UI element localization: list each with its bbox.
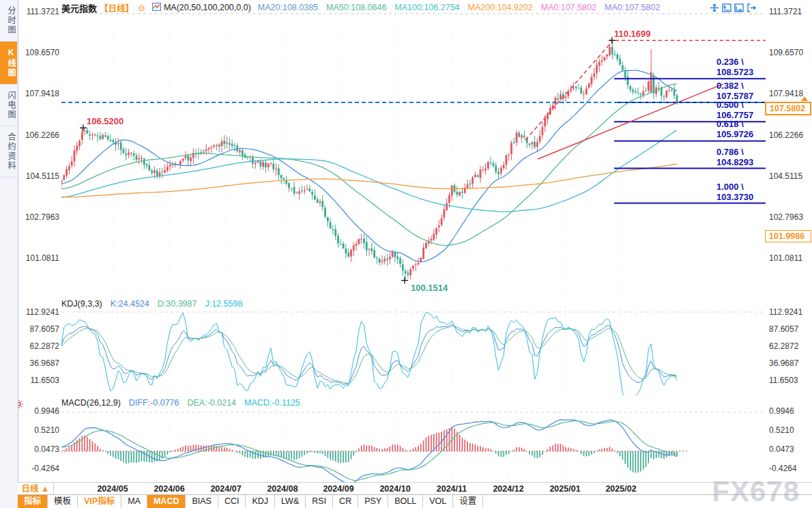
month-label: 2024/09 (323, 483, 353, 495)
chart-canvas[interactable] (0, 0, 812, 508)
macd-dea-value: DEA:-0.0214 (187, 398, 236, 408)
ma-value-chip: MA200:104.9202 (468, 3, 533, 12)
tab-BIAS[interactable]: BIAS (186, 495, 218, 508)
axis-zoom-right-icon[interactable] (734, 3, 744, 15)
ma-values: MA20:108.0385MA50:108.0646MA100:106.2754… (258, 3, 661, 12)
chart-type-icon[interactable] (152, 3, 161, 13)
ma-value-chip: MA0:107.5802 (541, 3, 596, 12)
tab-MACD[interactable]: MACD (147, 495, 186, 508)
macd-macd-value: MACD:-0.1125 (244, 398, 300, 408)
period-tag[interactable]: 【日线】 (100, 1, 134, 14)
chart-mode-sidebar: 分时图K线图闪电图合约资料 (0, 0, 18, 508)
ma-value-chip: MA20:108.0385 (258, 3, 318, 12)
sidebar-item-3[interactable]: 合约资料 (0, 126, 17, 178)
month-label: 2024/11 (437, 483, 467, 495)
macd-name: MACD(26,12,9) (61, 398, 121, 408)
kdj-d-value: D:30.3987 (158, 299, 197, 309)
chart-toolbar (710, 3, 756, 15)
month-label: 2024/07 (210, 483, 241, 495)
tab-CCI[interactable]: CCI (218, 495, 246, 508)
tab-BOLL[interactable]: BOLL (388, 495, 423, 508)
ma-formula: MA(20,50,100,200,0,0) (164, 3, 251, 12)
month-label: 2025/01 (549, 483, 580, 495)
kdj-j-value: J:12.5598 (205, 299, 242, 309)
tab-PSY[interactable]: PSY (358, 495, 388, 508)
ma-value-chip: MA0:107.5802 (605, 3, 660, 12)
period-selector[interactable]: 日线 ▲ (18, 483, 54, 495)
axis-zoom-left-icon[interactable] (722, 3, 731, 15)
tab-CR[interactable]: CR (333, 495, 358, 508)
tab-VIP指标[interactable]: VIP指标 (78, 495, 121, 508)
sidebar-item-1[interactable]: K线图 (0, 42, 17, 85)
month-label: 2024/06 (154, 483, 184, 495)
month-label: 2024/12 (493, 483, 523, 495)
macd-header: MACD(26,12,9) DIFF:-0.0776 DEA:-0.0214 M… (61, 398, 300, 408)
indicator-tabbar: 指标模板VIP指标MAMACDBIASCCIKDJLW&RSICRPSYBOLL… (18, 494, 812, 508)
tab-KDJ[interactable]: KDJ (246, 495, 275, 508)
chart-header: 美元指数 【日线】 ⊖ MA(20,50,100,200,0,0) MA20:1… (61, 1, 660, 14)
symbol-name: 美元指数 (61, 1, 97, 14)
tab-设置[interactable]: 设置 (453, 495, 483, 508)
macd-diff-value: DIFF:-0.0776 (129, 398, 179, 408)
tab-VOL[interactable]: VOL (423, 495, 453, 508)
tab-模板[interactable]: 模板 (48, 495, 78, 508)
kdj-name: KDJ(9,3,3) (61, 299, 102, 309)
date-axis-row: 日线 ▲ 2024/052024/062024/072024/082024/09… (18, 482, 812, 495)
month-label: 2024/10 (379, 483, 410, 495)
tab-RSI[interactable]: RSI (306, 495, 333, 508)
month-label: 2024/05 (97, 483, 128, 495)
sidebar-item-0[interactable]: 分时图 (0, 0, 17, 42)
trading-app-window: 分时图K线图闪电图合约资料 美元指数 【日线】 ⊖ MA(20,50,100,2… (0, 0, 812, 508)
kdj-header: KDJ(9,3,3) K:24.4524 D:30.3987 J:12.5598 (61, 299, 242, 309)
tab-指标[interactable]: 指标 (18, 495, 48, 508)
tab-MA[interactable]: MA (121, 495, 147, 508)
month-label: 2024/08 (267, 483, 298, 495)
collapse-panel-icon[interactable] (746, 3, 756, 15)
tab-LW&[interactable]: LW& (275, 495, 306, 508)
pan-crosshair-icon[interactable] (710, 3, 719, 15)
ma-value-chip: MA50:108.0646 (326, 3, 386, 12)
ma-value-chip: MA100:106.2754 (394, 3, 459, 12)
sidebar-item-2[interactable]: 闪电图 (0, 85, 17, 126)
collapse-circle-icon[interactable]: ⊖ (138, 3, 145, 13)
month-label: 2025/02 (605, 483, 636, 495)
kdj-k-value: K:24.4524 (111, 299, 149, 309)
